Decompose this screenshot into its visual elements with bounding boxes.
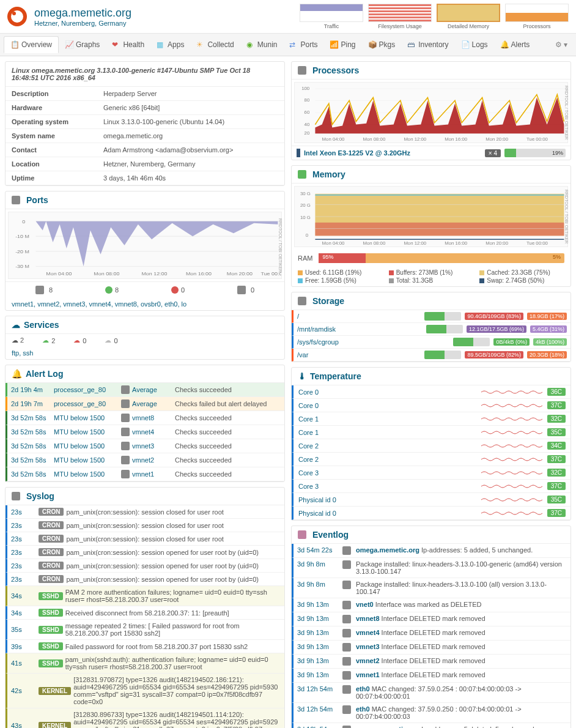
device-icon xyxy=(121,414,130,422)
temperature-sensor[interactable]: Core 2 xyxy=(298,456,476,463)
alertlog-row[interactable]: 2d 19h 4m processor_ge_80 Average Checks… xyxy=(6,383,284,397)
ports-panel: Ports 0-10 M-20 M-30 M Mon 04:00Mon 08:0… xyxy=(5,191,285,311)
event-device[interactable]: vmnet8 xyxy=(356,615,380,622)
alert-name[interactable]: processor_ge_80 xyxy=(54,400,121,407)
storage-path[interactable]: /var xyxy=(297,351,421,358)
temperature-sensor[interactable]: Core 1 xyxy=(298,429,476,436)
alertlog-row[interactable]: 3d 52m 58s MTU below 1500 vmnet4 Checks … xyxy=(6,425,284,439)
event-device[interactable]: vmnet4 xyxy=(356,629,380,636)
alertlog-row[interactable]: 3d 52m 58s MTU below 1500 vmnet8 Checks … xyxy=(6,411,284,425)
alert-device[interactable]: vmnet2 xyxy=(132,456,175,464)
storage-path[interactable]: / xyxy=(297,313,421,320)
alert-device[interactable]: Average xyxy=(132,400,175,407)
alert-device[interactable]: vmnet4 xyxy=(132,428,175,436)
storage-row[interactable]: /sys/fs/cgroup 0B/4kB (0%) 4kB (100%) xyxy=(292,336,570,349)
alert-device[interactable]: vmnet1 xyxy=(132,470,175,478)
device-title[interactable]: omega.memetic.org xyxy=(34,7,131,20)
svg-text:Mon 16:00: Mon 16:00 xyxy=(445,137,467,142)
cpu-name[interactable]: Intel Xeon E3-1225 V2 @ 3.20GHz xyxy=(304,149,481,157)
temperature-sensor[interactable]: Core 0 xyxy=(298,402,476,409)
alertlog-row[interactable]: 3d 52m 58s MTU below 1500 vmnet1 Checks … xyxy=(6,467,284,481)
tab-logs[interactable]: 📄Logs xyxy=(455,36,494,53)
alert-name[interactable]: MTU below 1500 xyxy=(54,414,121,422)
storage-row[interactable]: /var 89.5GB/109GB (82%) 20.3GB (18%) xyxy=(292,349,570,362)
temperature-row[interactable]: Core 3 37C xyxy=(292,480,570,493)
event-device[interactable]: eth0 xyxy=(356,685,370,693)
svg-text:Mon 20:00: Mon 20:00 xyxy=(486,137,508,142)
tab-inventory[interactable]: 🗃Inventory xyxy=(401,36,454,53)
ports-chart[interactable]: 0-10 M-20 M-30 M Mon 04:00Mon 08:00Mon 1… xyxy=(8,212,282,279)
event-device[interactable]: vnet0 xyxy=(356,601,374,608)
temperature-row[interactable]: Core 1 32C xyxy=(292,412,570,426)
temperature-row[interactable]: Core 0 37C xyxy=(292,399,570,412)
storage-path[interactable]: /sys/fs/cgroup xyxy=(297,338,449,346)
tab-alerts[interactable]: 🔔Alerts xyxy=(494,36,536,53)
event-device[interactable]: omega.memetic.org xyxy=(356,546,419,554)
tab-collectd[interactable]: ☀Collectd xyxy=(190,36,240,53)
tab-apps[interactable]: ▦Apps xyxy=(150,36,190,53)
temperature-row[interactable]: Physical id 0 37C xyxy=(292,507,570,520)
alertlog-row[interactable]: 3d 52m 58s MTU below 1500 vmnet3 Checks … xyxy=(6,439,284,453)
port-list[interactable]: vmnet1, vmnet2, vmnet3, vmnet4, vmnet8, … xyxy=(6,298,284,310)
temperature-row[interactable]: Core 2 37C xyxy=(292,453,570,466)
thumb-traffic[interactable]: Traffic xyxy=(300,4,363,29)
temperature-row[interactable]: Core 0 36C xyxy=(292,385,570,399)
memory-panel: Memory 30 G20 G10 G0 Mon 04:00Mon 08:00M… xyxy=(291,165,571,287)
syslog-message: pam_unix(cron:session): session opened f… xyxy=(66,576,281,583)
thumb-processors[interactable]: Processors xyxy=(505,4,569,29)
alert-name[interactable]: MTU below 1500 xyxy=(54,456,121,464)
processors-chart[interactable]: 10080604020 Mon 04:00Mon 08:00Mon 12:00M… xyxy=(294,82,568,143)
temperature-row[interactable]: Physical id 0 35C xyxy=(292,493,570,507)
temperature-sensor[interactable]: Core 0 xyxy=(298,388,476,396)
event-device[interactable]: vmnet1 xyxy=(356,671,380,678)
alert-device[interactable]: Average xyxy=(132,386,175,393)
storage-path[interactable]: /mnt/ramdisk xyxy=(297,325,423,333)
event-device[interactable]: vmnet3 xyxy=(356,643,380,650)
alertlog-row[interactable]: 2d 19h 7m processor_ge_80 Average Checks… xyxy=(6,397,284,411)
event-device[interactable]: vmnet2 xyxy=(356,657,380,664)
tab-munin[interactable]: ◉Munin xyxy=(240,36,284,53)
temperature-sensor[interactable]: Physical id 0 xyxy=(298,496,476,503)
tab-ping[interactable]: 📶Ping xyxy=(323,36,361,53)
syslog-program-badge: SSHD xyxy=(39,642,63,650)
storage-row[interactable]: /mnt/ramdisk 12.1GB/17.5GB (69%) 5.4GB (… xyxy=(292,323,570,336)
event-device[interactable]: omega.memetic.org xyxy=(356,726,419,728)
storage-row[interactable]: / 90.4GB/109GB (83%) 18.9GB (17%) xyxy=(292,310,570,323)
alert-device[interactable]: vmnet8 xyxy=(132,414,175,422)
thumb-detailed-memory[interactable]: Detailed Memory xyxy=(437,4,500,29)
temperature-row[interactable]: Core 2 34C xyxy=(292,439,570,453)
tab-graphs[interactable]: 📈Graphs xyxy=(59,36,106,53)
alert-name[interactable]: MTU below 1500 xyxy=(54,470,121,478)
eventlog-row: 3d 9h 13m vmnet2 Interface DELETED mark … xyxy=(292,655,570,669)
temperature-sensor[interactable]: Core 3 xyxy=(298,469,476,477)
alert-name[interactable]: MTU below 1500 xyxy=(54,442,121,450)
memory-chart[interactable]: 30 G20 G10 G0 Mon 04:00Mon 08:00Mon 12:0… xyxy=(294,186,568,247)
syslog-message: pam_unix(sshd:auth): authentication fail… xyxy=(65,656,281,670)
event-time: 3d 9h 13m xyxy=(297,601,340,608)
temperature-sensor[interactable]: Physical id 0 xyxy=(298,510,476,517)
info-value: Generic x86 [64bit] xyxy=(97,101,284,115)
services-list[interactable]: ftp, ssh xyxy=(6,347,284,359)
tab-overview[interactable]: 📋Overview xyxy=(4,36,59,53)
alertlog-row[interactable]: 3d 52m 58s MTU below 1500 vmnet2 Checks … xyxy=(6,453,284,467)
alert-device[interactable]: vmnet3 xyxy=(132,442,175,450)
device-icon xyxy=(121,456,130,464)
temperature-sensor[interactable]: Core 2 xyxy=(298,442,476,450)
temperature-row[interactable]: Core 3 32C xyxy=(292,466,570,480)
temperature-value: 36C xyxy=(547,388,566,396)
temperature-sensor[interactable]: Core 3 xyxy=(298,483,476,490)
alert-name[interactable]: MTU below 1500 xyxy=(54,428,121,436)
temperature-sensor[interactable]: Core 1 xyxy=(298,415,476,423)
thumb-filesystem-usage[interactable]: Filesystem Usage xyxy=(368,4,432,29)
alert-name[interactable]: processor_ge_80 xyxy=(54,386,121,393)
settings-gear-icon[interactable]: ⚙ ▾ xyxy=(550,38,572,51)
tab-health[interactable]: ❤Health xyxy=(106,36,150,53)
temperature-row[interactable]: Core 1 35C xyxy=(292,426,570,439)
svg-text:Mon 12:00: Mon 12:00 xyxy=(141,271,167,277)
syslog-row: 35s SSHD message repeated 2 times: [ Fai… xyxy=(6,620,284,640)
tab-ports[interactable]: ⇄Ports xyxy=(283,36,323,53)
storage-icon xyxy=(298,297,306,305)
svg-text:40: 40 xyxy=(305,122,310,127)
event-device[interactable]: eth0 xyxy=(356,705,370,713)
tab-pkgs[interactable]: 📦Pkgs xyxy=(362,36,402,53)
